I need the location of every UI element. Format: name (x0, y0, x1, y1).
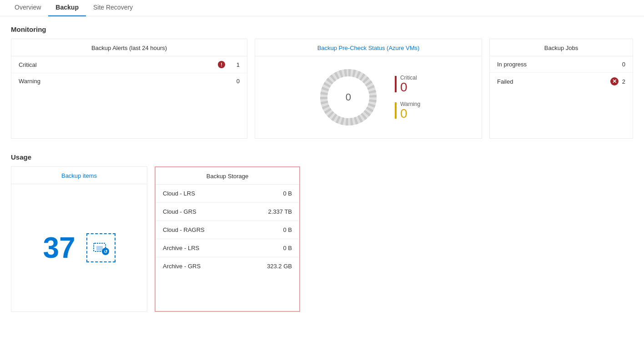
alerts-card-title: Backup Alerts (last 24 hours) (11, 39, 247, 56)
storage-row-4: Archive - GRS 323.2 GB (156, 257, 299, 275)
legend-critical: Critical 0 (395, 75, 420, 94)
backup-icon-box: ↺ (86, 233, 116, 262)
precheck-card: Backup Pre-Check Status (Azure VMs) 0 (255, 39, 482, 139)
storage-value-3: 0 B (283, 245, 292, 251)
backup-items-title[interactable]: Backup items (11, 167, 147, 184)
storage-rows: Cloud - LRS 0 B Cloud - GRS 2.337 TB Clo… (156, 185, 299, 275)
legend-warning-value: 0 (400, 107, 420, 120)
main-content: Monitoring Backup Alerts (last 24 hours)… (0, 16, 644, 321)
alert-row-warning: Warning 0 (11, 73, 247, 89)
donut-legend: Critical 0 Warning 0 (395, 75, 420, 120)
usage-heading: Usage (11, 153, 633, 161)
storage-label-0: Cloud - LRS (163, 190, 283, 197)
storage-label-1: Cloud - GRS (163, 208, 268, 215)
storage-card: Backup Storage Cloud - LRS 0 B Cloud - G… (155, 166, 300, 312)
storage-value-0: 0 B (283, 190, 292, 197)
storage-card-title: Backup Storage (156, 167, 299, 185)
storage-row-3: Archive - LRS 0 B (156, 239, 299, 257)
job-failed-label: Failed (497, 78, 610, 85)
storage-row-1: Cloud - GRS 2.337 TB (156, 203, 299, 221)
storage-value-4: 323.2 GB (267, 263, 292, 270)
backup-items-count: 37 (43, 233, 75, 262)
monitoring-grid: Backup Alerts (last 24 hours) Critical !… (11, 39, 633, 139)
nav-tabs: Overview Backup Site Recovery (0, 0, 644, 16)
storage-row-2: Cloud - RAGRS 0 B (156, 221, 299, 239)
storage-row-0: Cloud - LRS 0 B (156, 185, 299, 203)
critical-icon: ! (218, 61, 225, 68)
storage-value-1: 2.337 TB (268, 208, 292, 215)
job-inprogress-count: 0 (622, 61, 625, 68)
backup-items-body: 37 ↺ (11, 184, 147, 311)
tab-backup[interactable]: Backup (48, 0, 86, 16)
warning-bar (395, 102, 397, 119)
alert-critical-label: Critical (19, 61, 218, 68)
jobs-card-title: Backup Jobs (490, 39, 633, 56)
job-row-failed: Failed ✕ 2 (490, 73, 633, 90)
precheck-body: 0 Critical 0 (255, 56, 482, 138)
alert-warning-count: 0 (231, 78, 240, 85)
critical-bar (395, 76, 397, 92)
alert-critical-count: 1 (231, 61, 240, 68)
monitoring-heading: Monitoring (11, 25, 633, 33)
alerts-card: Backup Alerts (last 24 hours) Critical !… (11, 39, 247, 139)
tab-overview[interactable]: Overview (7, 0, 48, 16)
job-failed-count: 2 (622, 78, 625, 85)
job-inprogress-label: In progress (497, 61, 622, 68)
donut-center: 0 (346, 91, 351, 103)
legend-warning: Warning 0 (395, 101, 420, 120)
storage-label-2: Cloud - RAGRS (163, 226, 283, 233)
precheck-card-title[interactable]: Backup Pre-Check Status (Azure VMs) (255, 39, 482, 56)
failed-icon: ✕ (610, 77, 619, 85)
alert-warning-label: Warning (19, 78, 231, 85)
job-row-inprogress: In progress 0 (490, 56, 633, 73)
svg-text:↺: ↺ (104, 249, 108, 254)
alert-row-critical: Critical ! 1 (11, 56, 247, 73)
storage-label-3: Archive - LRS (163, 245, 283, 251)
vm-icon: ↺ (92, 239, 110, 257)
donut-container: 0 (317, 65, 380, 129)
storage-label-4: Archive - GRS (163, 263, 267, 270)
jobs-card: Backup Jobs In progress 0 Failed ✕ 2 (489, 39, 633, 139)
backup-items-card: Backup items 37 ↺ (11, 166, 147, 312)
tab-site-recovery[interactable]: Site Recovery (86, 0, 140, 16)
legend-critical-value: 0 (400, 81, 417, 94)
svg-rect-3 (96, 246, 103, 251)
storage-value-2: 0 B (283, 226, 292, 233)
usage-grid: Backup items 37 ↺ Backup Storage (11, 166, 633, 312)
